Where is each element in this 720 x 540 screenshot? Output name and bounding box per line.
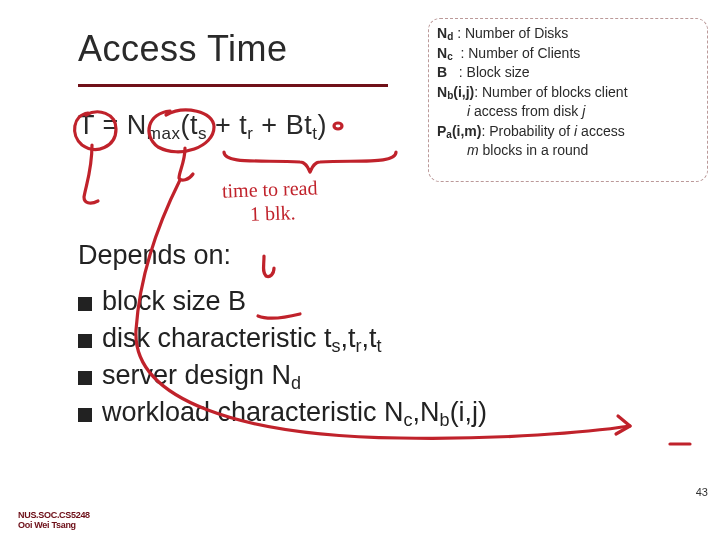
legend-pa-cont: m blocks in a round	[437, 142, 699, 160]
ink-brace	[220, 148, 400, 178]
title-underline	[78, 84, 388, 87]
footer: NUS.SOC.CS5248 Ooi Wei Tsang	[18, 511, 90, 531]
ink-hook-depends	[260, 254, 280, 280]
depends-label: Depends on:	[78, 240, 231, 271]
page-title: Access Time	[78, 28, 288, 70]
ink-dash-tail	[668, 438, 698, 450]
legend-pa: Pa(i,m): Probability of i access	[437, 123, 699, 141]
bullet-server-design: server design Nd	[78, 360, 487, 391]
handwriting-line2: 1 blk.	[250, 201, 296, 226]
legend-nb: Nb(i,j): Number of blocks client	[437, 84, 699, 102]
legend-b: B : Block size	[437, 64, 699, 82]
bullet-icon	[78, 371, 92, 385]
bullet-icon	[78, 408, 92, 422]
ink-hook-nmax	[175, 148, 215, 188]
legend-nc: Nc : Number of Clients	[437, 45, 699, 63]
bullet-list: block size B disk characteristic ts,tr,t…	[78, 280, 487, 434]
legend-nd: Nd : Number of Disks	[437, 25, 699, 43]
legend-box: Nd : Number of Disks Nc : Number of Clie…	[428, 18, 708, 182]
bullet-icon	[78, 334, 92, 348]
footer-author: Ooi Wei Tsang	[18, 521, 90, 531]
legend-nb-cont: i access from disk j	[437, 103, 699, 121]
page-number: 43	[696, 486, 708, 498]
slide-root: Access Time Nd : Number of Disks Nc : Nu…	[0, 0, 720, 540]
bullet-workload: workload characteristic Nc,Nb(i,j)	[78, 397, 487, 428]
bullet-block-size: block size B	[78, 286, 487, 317]
bullet-disk-char: disk characteristic ts,tr,tt	[78, 323, 487, 354]
handwriting-line1: time to read	[222, 176, 318, 202]
ink-dot	[330, 118, 348, 136]
bullet-icon	[78, 297, 92, 311]
equation: T = Nmax(ts + tr + Btt)	[78, 110, 327, 141]
ink-hook-t	[80, 145, 120, 215]
